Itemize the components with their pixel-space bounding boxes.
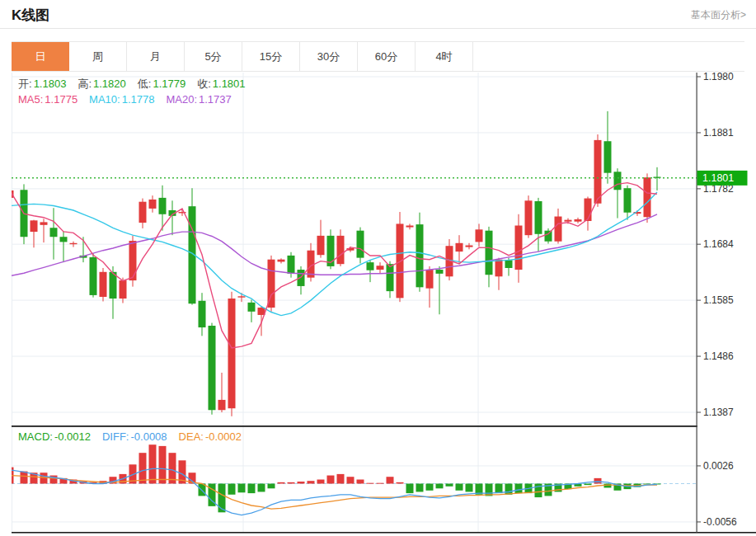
pane-divider <box>12 426 697 427</box>
price-tick-label: 1.1585 <box>703 294 734 306</box>
legend-label: MA20: <box>166 93 197 106</box>
macd-row-item-1: DIFF:-0.0008 <box>102 430 167 443</box>
macd-pane <box>7 444 697 515</box>
ma-row-item-1: MA10:1.1778 <box>89 93 154 106</box>
legend-value: -0.0008 <box>130 430 167 443</box>
price-axis-line <box>697 73 697 533</box>
legend-value: 1.1779 <box>153 78 185 90</box>
legend-value: 1.1775 <box>45 93 77 106</box>
ohlc-row-item-2: 低:1.1779 <box>138 78 185 90</box>
legend-value: 1.1803 <box>34 78 67 90</box>
price-tick-label: 1.1387 <box>703 407 734 418</box>
bottom-border <box>12 532 756 534</box>
legend-value: -0.0012 <box>54 430 91 443</box>
price-axis: 1.19801.18811.17821.16841.15851.14861.13… <box>697 71 737 528</box>
macd-tick-label: 0.0026 <box>703 460 734 472</box>
kline-page: K线图 基本面分析> 日周月5分15分30分60分4时 1.19801.1881… <box>0 0 756 536</box>
ohlc-row-item-3: 收:1.1801 <box>197 78 245 90</box>
macd-row-item-2: DEA:-0.0002 <box>179 430 242 443</box>
legend-value: 1.1778 <box>122 93 155 106</box>
macd-row-item-0: MACD:-0.0012 <box>18 430 91 443</box>
ohlc-legend: 开:1.1803高:1.1820低:1.1779收:1.1801 <box>18 77 257 92</box>
legend-label: 高: <box>77 78 92 90</box>
ohlc-row-item-0: 开:1.1803 <box>18 78 66 90</box>
legend-value: 1.1737 <box>199 93 232 106</box>
ma-row-item-0: MA5:1.1775 <box>18 93 77 106</box>
legend-label: 收: <box>197 78 211 90</box>
legend-label: MACD: <box>18 430 53 443</box>
price-tick-label: 1.1980 <box>703 71 734 82</box>
macd-legend: MACD:-0.0012DIFF:-0.0008DEA:-0.0002 <box>18 430 253 443</box>
legend-value: 1.1820 <box>93 78 126 90</box>
legend-value: 1.1801 <box>213 78 246 90</box>
ma-row-item-2: MA20:1.1737 <box>166 93 231 106</box>
legend-label: MA10: <box>89 93 120 106</box>
legend-label: 开: <box>18 78 32 90</box>
gridlines <box>12 73 697 532</box>
price-tick-label: 1.1486 <box>703 350 734 362</box>
current-price-label: 1.1801 <box>702 172 734 184</box>
legend-label: 低: <box>138 78 152 90</box>
price-tick-label: 1.1881 <box>703 127 734 139</box>
legend-label: DIFF: <box>102 430 129 443</box>
ohlc-row-item-1: 高:1.1820 <box>77 78 125 90</box>
legend-label: DEA: <box>179 430 204 443</box>
ma-legend: MA5:1.1775MA10:1.1778MA20:1.1737 <box>18 93 243 106</box>
legend-label: MA5: <box>18 93 43 106</box>
legend-value: -0.0002 <box>205 430 242 443</box>
current-price-badge: 1.1801 <box>697 171 748 186</box>
macd-tick-label: -0.0056 <box>703 516 737 528</box>
price-tick-label: 1.1684 <box>703 238 734 250</box>
